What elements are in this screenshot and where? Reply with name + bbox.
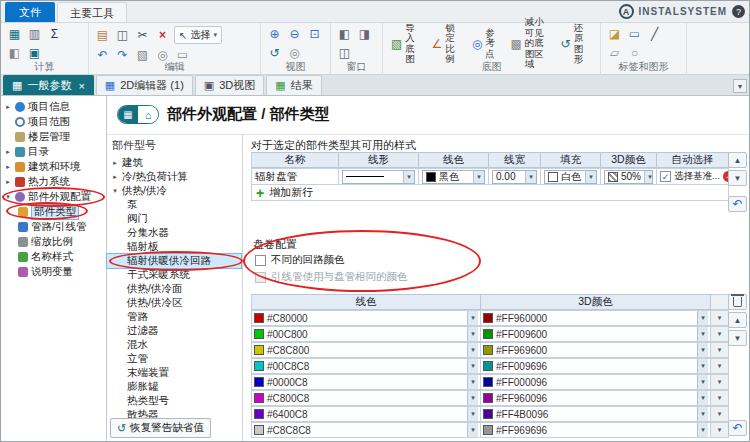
main-tools-ribbon-tab[interactable]: 主要工具 [57, 2, 127, 22]
color-3d-select[interactable]: #FF969696▾ [481, 422, 711, 438]
expand-arrow-icon[interactable]: ▸ [111, 173, 119, 181]
line-color-select[interactable]: #00C8C8▾ [251, 358, 481, 374]
select-tool-button[interactable]: ↖ 选择 ▾ [174, 26, 222, 44]
collapse-arrow-icon[interactable]: ▾ [111, 187, 119, 195]
tab-results[interactable]: ▦ 结果 [266, 75, 321, 95]
row-options-button[interactable]: ▾ [711, 358, 729, 374]
row-options-button[interactable]: ▾ [711, 310, 729, 326]
expand-arrow-icon[interactable]: ▸ [4, 103, 12, 111]
close-tab-icon[interactable]: × [78, 80, 84, 92]
tree-item[interactable]: 阀门 [107, 212, 241, 226]
paste-icon[interactable]: ▤ [94, 27, 111, 43]
sidebar-item-project-info[interactable]: ▸ 项目信息 [1, 99, 106, 114]
color-3d-select[interactable]: #FF960096▾ [481, 390, 711, 406]
sidebar-item-project-scope[interactable]: 项目范围 [1, 114, 106, 129]
label-tag-icon[interactable]: ◪ [606, 26, 623, 42]
redraw-icon[interactable]: ↺ [266, 45, 283, 61]
move-down-button[interactable]: ▼ [728, 330, 747, 346]
delete-row-button[interactable] [728, 294, 747, 310]
tree-item[interactable]: ▾供热/供冷 [107, 184, 241, 198]
run-calculation-icon[interactable]: Σ [46, 26, 63, 42]
project-options-icon[interactable]: ▦ [6, 26, 23, 42]
file-menu-button[interactable]: 文件 [5, 2, 55, 22]
color-3d-select[interactable]: #FF009600▾ [481, 326, 711, 342]
calculation-settings-icon[interactable]: ▥ [26, 26, 43, 42]
text-frame-icon[interactable]: ▭ [626, 26, 643, 42]
color-3d-select[interactable]: #FF4B0096▾ [481, 406, 711, 422]
undo-button[interactable]: ↶ [728, 196, 747, 212]
row-options-button[interactable]: ▾ [711, 422, 729, 438]
style-name-cell[interactable]: 辐射盘管 [251, 168, 339, 185]
different-loop-colors-option[interactable]: 不同的回路颜色 [255, 253, 345, 267]
tree-item[interactable]: 立管 [107, 352, 241, 366]
line-color-select[interactable]: #6400C8▾ [251, 406, 481, 422]
zoom-extents-icon[interactable]: ◎ [286, 45, 303, 61]
restore-defaults-button[interactable]: ↺ 恢复警告缺省值 [110, 418, 211, 438]
sidebar-item-heating-system[interactable]: ▸ 热力系统 [1, 174, 106, 189]
color-3d-select[interactable]: #FF009696▾ [481, 358, 711, 374]
tree-item-selected[interactable]: 辐射供暖供冷回路 [107, 254, 241, 268]
tree-item[interactable]: 分集水器 [107, 226, 241, 240]
sidebar-item-component-types[interactable]: 部件类型 [1, 204, 106, 219]
collapse-arrow-icon[interactable]: ▾ [4, 193, 12, 201]
line-color-select[interactable]: #C80000▾ [251, 310, 481, 326]
cut-icon[interactable]: ✂ [134, 27, 151, 43]
import-basemap-button[interactable]: ▧ 导入底图 [388, 22, 425, 66]
sidebar-item-appearance-config[interactable]: ▾ 部件外观配置 [1, 189, 106, 204]
delete-icon[interactable]: × [154, 27, 171, 43]
line-color-select[interactable]: #C800C8▾ [251, 390, 481, 406]
color-3d-select[interactable]: #FF000096▾ [481, 374, 711, 390]
move-down-button[interactable]: ▼ [728, 170, 747, 186]
cascade-windows-icon[interactable]: ◫ [336, 45, 353, 61]
checkbox-unchecked[interactable] [255, 255, 266, 266]
results-table-icon[interactable]: ◧ [6, 45, 23, 61]
circle-shape-icon[interactable]: ○ [626, 45, 643, 61]
expand-arrow-icon[interactable]: ▸ [4, 178, 12, 186]
tree-item[interactable]: 辐射板 [107, 240, 241, 254]
copy-icon[interactable]: ◫ [114, 27, 131, 43]
expand-arrow-icon[interactable]: ▸ [4, 163, 12, 171]
line-color-select[interactable]: #C8C8C8▾ [251, 422, 481, 438]
tab-2d-editor[interactable]: ▦ 2D编辑器 (1) [96, 75, 193, 95]
line-color-select[interactable]: 黑色▾ [422, 170, 485, 184]
sidebar-item-pipes-leads[interactable]: 管路/引线管 [1, 219, 106, 234]
tree-item[interactable]: 泵 [107, 198, 241, 212]
tree-item[interactable]: ▸冷/热负荷计算 [107, 170, 241, 184]
tree-item[interactable]: 过滤器 [107, 324, 241, 338]
sidebar-item-name-styles[interactable]: 名称样式 [1, 249, 106, 264]
zoom-out-icon[interactable]: ⊖ [286, 26, 303, 42]
zoom-window-icon[interactable]: ⊡ [306, 26, 323, 42]
sidebar-item-scaling[interactable]: 缩放比例 [1, 234, 106, 249]
color-3d-select[interactable]: #FF969600▾ [481, 342, 711, 358]
expand-arrow-icon[interactable]: ▸ [4, 148, 12, 156]
row-options-button[interactable]: ▾ [711, 326, 729, 342]
row-options-button[interactable]: ▾ [711, 390, 729, 406]
diagnostics-icon[interactable]: ▣ [26, 45, 43, 61]
tree-item[interactable]: 干式采暖系统 [107, 268, 241, 282]
polygon-icon[interactable]: ▱ [606, 45, 623, 61]
line-color-select[interactable]: #00C800▾ [251, 326, 481, 342]
zoom-in-icon[interactable]: ⊕ [266, 26, 283, 42]
sidebar-item-floor-management[interactable]: 楼层管理 [1, 129, 106, 144]
sidebar-item-catalog[interactable]: ▸ 目录 [1, 144, 106, 159]
help-icon[interactable]: ? [732, 5, 745, 18]
reference-point-button[interactable]: ◎ 参考点 [469, 27, 505, 60]
row-options-button[interactable]: ▾ [711, 406, 729, 422]
auto-select-checkbox[interactable]: ✓ [660, 171, 671, 182]
tab-general-parameters[interactable]: ▦ 一般参数 × [3, 75, 94, 95]
add-row-button[interactable]: + 增加新行 [251, 185, 729, 201]
color-3d-select[interactable]: #FF960000▾ [481, 310, 711, 326]
line-color-select[interactable]: #0000C8▾ [251, 374, 481, 390]
tree-item[interactable]: 供热/供冷面 [107, 282, 241, 296]
tab-list-dropdown-button[interactable]: ▾ [733, 79, 747, 93]
tile-windows-icon[interactable]: ◨ [356, 26, 373, 42]
tree-item[interactable]: 管路 [107, 310, 241, 324]
color-3d-select[interactable]: 50%▾ [604, 170, 653, 184]
sidebar-item-description-variables[interactable]: 说明变量 [1, 264, 106, 279]
tree-item[interactable]: 末端装置 [107, 366, 241, 380]
lead-pipe-same-color-option[interactable]: 引线管使用与盘管相同的颜色 [255, 270, 408, 284]
row-options-button[interactable]: ▾ [711, 374, 729, 390]
new-window-icon[interactable]: ◧ [336, 26, 353, 42]
expand-arrow-icon[interactable]: ▸ [111, 159, 119, 167]
tree-item[interactable]: ▸建筑 [107, 156, 241, 170]
